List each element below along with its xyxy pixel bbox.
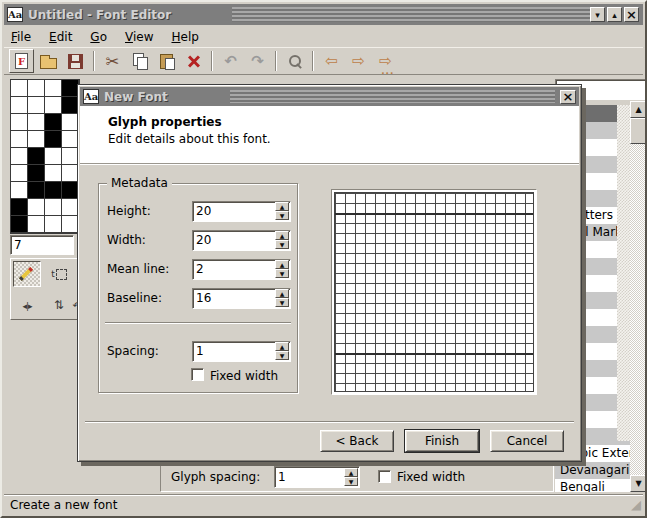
select-tool-button[interactable]: [45, 261, 73, 287]
spin-down-icon[interactable]: [275, 351, 289, 360]
glyph-cell[interactable]: [11, 199, 28, 216]
menu-go[interactable]: Go: [83, 28, 114, 46]
cancel-button[interactable]: Cancel: [490, 430, 564, 452]
back-button[interactable]: [319, 49, 344, 73]
glyph-cell[interactable]: [28, 131, 45, 148]
spin-down-icon[interactable]: [275, 269, 289, 278]
glyph-cell[interactable]: [28, 114, 45, 131]
toolbar-separator: [275, 51, 277, 71]
baseline-spinbox: [192, 287, 291, 308]
dialog-fixed-width-checkbox[interactable]: [191, 368, 204, 381]
glyph-cell[interactable]: [11, 131, 28, 148]
spin-up-icon[interactable]: [275, 202, 289, 211]
scrollbar-thumb[interactable]: [630, 118, 647, 144]
menu-file[interactable]: File: [4, 28, 38, 46]
spin-down-icon[interactable]: [275, 211, 289, 220]
spin-down-icon[interactable]: [275, 298, 289, 307]
list-item[interactable]: Devanagari: [555, 462, 630, 479]
glyph-cell[interactable]: [45, 131, 62, 148]
undo-button[interactable]: [218, 49, 243, 73]
metadata-legend: Metadata: [107, 176, 172, 190]
close-icon[interactable]: [624, 7, 639, 22]
menu-help[interactable]: Help: [164, 28, 205, 46]
glyph-cell[interactable]: [28, 165, 45, 182]
finish-button[interactable]: Finish: [405, 430, 479, 452]
glyph-cell[interactable]: [45, 165, 62, 182]
glyph-cell[interactable]: [11, 148, 28, 165]
spin-down-icon[interactable]: [275, 240, 289, 249]
toolbar-separator: [211, 51, 213, 71]
fixed-width-checkbox[interactable]: [378, 470, 391, 483]
flip-horizontal-button[interactable]: [13, 291, 41, 317]
glyph-cell[interactable]: [11, 182, 28, 199]
list-item[interactable]: Bengali: [555, 479, 630, 492]
new-button[interactable]: [9, 49, 34, 73]
glyph-cell[interactable]: [11, 165, 28, 182]
open-button[interactable]: [36, 49, 61, 73]
redo-button[interactable]: [245, 49, 270, 73]
scroll-down-icon[interactable]: [630, 475, 647, 492]
scroll-up-icon[interactable]: [630, 101, 647, 118]
glyph-cell[interactable]: [28, 182, 45, 199]
glyph-spacing-label: Glyph spacing:: [171, 470, 260, 484]
save-button[interactable]: [63, 49, 88, 73]
dialog-close-icon[interactable]: [560, 90, 576, 104]
magnifier-icon: [287, 53, 303, 69]
copy-icon: [132, 53, 148, 69]
delete-button[interactable]: [181, 49, 206, 73]
resize-grip-icon[interactable]: [631, 497, 641, 512]
spin-up-icon[interactable]: [275, 231, 289, 240]
minimize-icon[interactable]: [590, 7, 605, 22]
paste-button[interactable]: [154, 49, 179, 73]
spin-up-icon[interactable]: [275, 260, 289, 269]
flip-vertical-icon: [54, 297, 64, 312]
spin-up-icon[interactable]: [275, 289, 289, 298]
glyph-cell[interactable]: [28, 80, 45, 97]
glyph-cell[interactable]: [45, 114, 62, 131]
tool-panel: 90: [10, 258, 78, 320]
dialog-titlebar[interactable]: Aa New Font: [80, 87, 579, 106]
glyph-char-input[interactable]: [10, 235, 74, 255]
copy-button[interactable]: [127, 49, 152, 73]
width-label: Width:: [107, 233, 146, 247]
glyph-cell[interactable]: [11, 97, 28, 114]
glyph-cell[interactable]: [45, 216, 62, 233]
glyph-cell[interactable]: [11, 80, 28, 97]
flip-horizontal-icon: [22, 297, 31, 312]
glyph-cell[interactable]: [45, 199, 62, 216]
back-wizard-button[interactable]: < Back: [320, 430, 394, 452]
toolbar-separator: [312, 51, 314, 71]
glyph-cell[interactable]: [45, 148, 62, 165]
save-icon: [68, 54, 83, 69]
glyph-cell[interactable]: [28, 199, 45, 216]
glyph-cell[interactable]: [28, 216, 45, 233]
menu-view[interactable]: View: [118, 28, 160, 46]
mean-line-spinbox: [192, 258, 291, 279]
menu-edit[interactable]: Edit: [42, 28, 79, 46]
list-scrollbar[interactable]: [630, 101, 647, 492]
dialog-fixed-width-label: Fixed width: [210, 369, 278, 383]
glyph-spacing-spinbox: [274, 466, 360, 488]
glyph-cell[interactable]: [11, 216, 28, 233]
glyph-cell[interactable]: [28, 97, 45, 114]
zoom-button[interactable]: [282, 49, 307, 73]
glyph-cell[interactable]: [11, 114, 28, 131]
cut-button[interactable]: [100, 49, 125, 73]
glyph-cell[interactable]: [45, 97, 62, 114]
spin-up-icon[interactable]: [275, 342, 289, 351]
goto-glyph-button[interactable]: [373, 49, 398, 73]
glyph-cell[interactable]: [45, 182, 62, 199]
window-titlebar[interactable]: Aa Untitled - Font Editor: [4, 4, 643, 25]
glyph-cell[interactable]: [45, 80, 62, 97]
metadata-groupbox: Metadata Height: Width: Mean line: Basel…: [98, 183, 298, 393]
pencil-tool-button[interactable]: [13, 261, 41, 287]
list-hatch-area: [617, 105, 630, 441]
spin-down-icon[interactable]: [344, 477, 358, 486]
select-icon: [51, 269, 67, 280]
maximize-icon[interactable]: [607, 7, 622, 22]
glyph-grid[interactable]: [10, 79, 80, 234]
spin-up-icon[interactable]: [344, 468, 358, 477]
glyph-cell[interactable]: [28, 148, 45, 165]
forward-button[interactable]: [346, 49, 371, 73]
dialog-subheading: Edit details about this font.: [108, 132, 271, 146]
